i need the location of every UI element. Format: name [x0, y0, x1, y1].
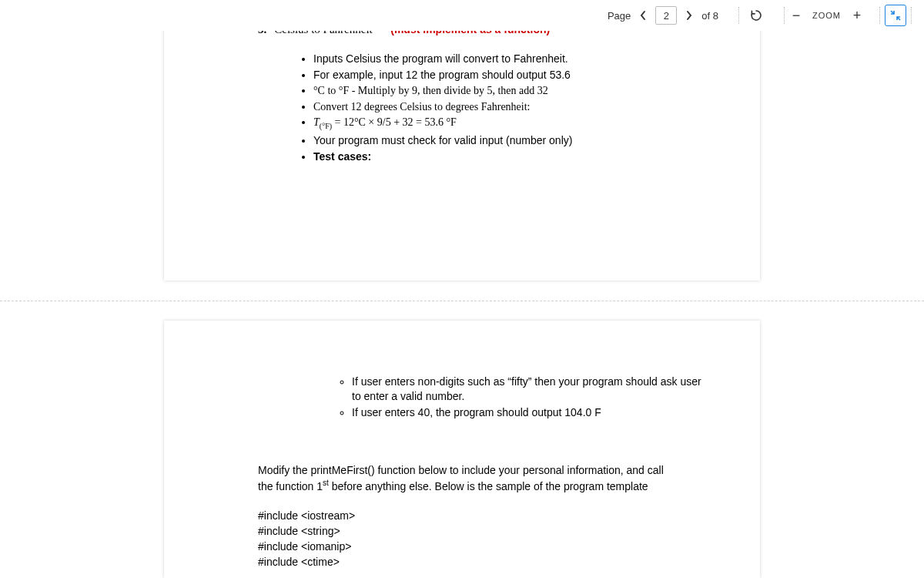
document-page-lower: If user enters non-digits such as “fifty… [164, 321, 760, 578]
formula-sub: (°F) [320, 122, 332, 130]
code-line: #include <iostream> [258, 509, 703, 523]
rotate-icon [749, 8, 763, 22]
document-page-upper: 3. Celsius to Fahrenheit (must implement… [164, 0, 760, 281]
toolbar-separator [784, 7, 785, 24]
list-item: T(°F) = 12°C × 9/5 + 32 = 53.6 °F [313, 116, 703, 131]
toolbar-separator [879, 7, 880, 24]
section-3: 3. Celsius to Fahrenheit (must implement… [221, 22, 703, 164]
fullscreen-button[interactable] [885, 5, 906, 26]
list-item: °C to °F - Multiply by 9, then divide by… [313, 84, 703, 99]
zoom-in-button[interactable]: + [850, 8, 864, 22]
chevron-right-icon [685, 10, 693, 21]
rotate-button[interactable] [747, 6, 765, 25]
sub-bullets: If user enters non-digits such as “fifty… [221, 375, 703, 420]
para-sup: st [323, 479, 329, 487]
code-line: #include <ctime> [258, 555, 703, 570]
prev-page-button[interactable] [637, 9, 649, 22]
toolbar-separator [738, 7, 739, 24]
chevron-left-icon [639, 10, 647, 21]
code-line: #include <string> [258, 524, 703, 539]
zoom-label: ZOOM [812, 11, 841, 20]
fullscreen-collapse-icon [890, 10, 901, 21]
page-total-label: of 8 [701, 10, 718, 22]
list-item: Inputs Celsius the program will convert … [313, 52, 703, 66]
page-content: 3. Celsius to Fahrenheit (must implement… [164, 22, 760, 164]
list-item: If user enters non-digits such as “fifty… [352, 375, 703, 404]
list-item: Your program must check for valid input … [313, 133, 703, 148]
formula-rest: = 12°C × 9/5 + 32 = 53.6 °F [332, 116, 457, 128]
code-line: #include <iomanip> [258, 539, 703, 554]
zoom-out-button[interactable]: − [789, 8, 803, 22]
list-item: If user enters 40, the program should ou… [352, 405, 703, 420]
modify-paragraph: Modify the printMeFirst() function below… [258, 463, 680, 493]
page-divider [0, 301, 924, 301]
section-bullets: Inputs Celsius the program will convert … [221, 52, 703, 164]
code-includes: #include <iostream> #include <string> #i… [258, 509, 703, 570]
formula-var: T [313, 116, 320, 128]
toolbar-separator [911, 7, 912, 24]
list-item: Test cases: [313, 150, 703, 164]
para-part-b: before anything else. Below is the sampl… [329, 479, 648, 492]
list-item: For example, input 12 the program should… [313, 68, 703, 82]
zoom-controls: − ZOOM + [789, 8, 864, 22]
pdf-viewer: Page of 8 − ZOOM + [0, 0, 924, 578]
page-navigation: Page of 8 [608, 6, 718, 25]
list-item: Convert 12 degrees Celsius to degrees Fa… [313, 100, 703, 115]
toolbar: Page of 8 − ZOOM + [0, 0, 924, 31]
page-number-input[interactable] [655, 6, 677, 25]
test-cases-label: Test cases: [313, 150, 371, 163]
next-page-button[interactable] [683, 9, 695, 22]
page-label: Page [608, 10, 631, 22]
page-content: If user enters non-digits such as “fifty… [164, 321, 760, 570]
